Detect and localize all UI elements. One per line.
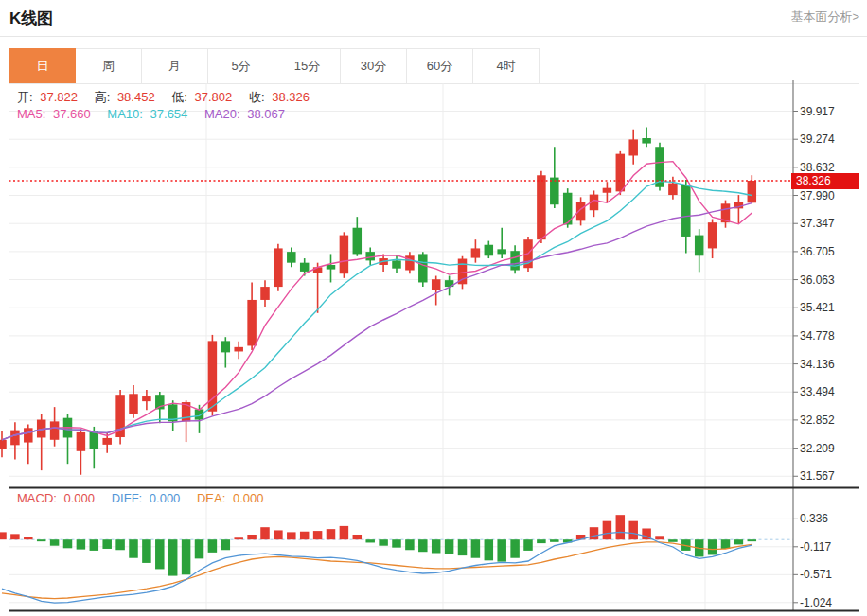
diff-value: 0.000 xyxy=(150,491,181,505)
ma10-value: 37.654 xyxy=(150,107,188,121)
macd-bar xyxy=(655,536,664,539)
tab-week[interactable]: 周 xyxy=(76,48,142,83)
dea-line xyxy=(2,542,752,599)
macd-bar xyxy=(392,539,401,547)
tab-month[interactable]: 月 xyxy=(142,48,208,83)
candle-up xyxy=(260,287,270,300)
macd-bar xyxy=(340,526,349,539)
macd-bar xyxy=(155,539,165,569)
candle-down xyxy=(353,228,363,255)
ma20-label: MA20: xyxy=(204,107,240,121)
candle-up xyxy=(603,188,612,193)
macd-bar xyxy=(168,539,178,575)
ma20-value: 38.067 xyxy=(247,107,285,121)
low-value: 37.802 xyxy=(195,90,233,104)
macd-bar xyxy=(537,539,546,543)
tab-day[interactable]: 日 xyxy=(9,48,76,83)
macd-bar xyxy=(748,539,757,541)
tab-60min[interactable]: 60分 xyxy=(407,48,473,83)
high-label: 高: xyxy=(95,90,111,104)
macd-bar xyxy=(353,535,363,539)
candle-up xyxy=(234,347,243,352)
macd-bar xyxy=(195,539,204,558)
macd-bar xyxy=(90,539,99,551)
candle-up xyxy=(77,432,86,451)
macd-bar xyxy=(142,539,151,563)
tab-15min[interactable]: 15分 xyxy=(274,48,341,83)
macd-bar xyxy=(182,539,191,574)
macd-bar xyxy=(523,539,533,551)
ma5-line xyxy=(2,162,752,440)
candle-down xyxy=(642,138,651,144)
ma20-line xyxy=(2,203,752,440)
macd-bar xyxy=(208,539,218,553)
close-value: 38.326 xyxy=(272,90,310,104)
candle-up xyxy=(576,202,586,220)
macd-bar xyxy=(234,537,243,539)
candle-down xyxy=(327,265,336,270)
ma5-label: MA5: xyxy=(17,107,45,121)
macd-bar xyxy=(102,539,112,549)
candle-up xyxy=(24,428,33,442)
candle-down xyxy=(550,178,559,205)
macd-bar xyxy=(221,539,231,550)
macd-bar xyxy=(668,539,678,542)
candle-down xyxy=(485,245,494,256)
macd-bar xyxy=(445,539,454,554)
candle-up xyxy=(340,236,349,274)
dea-value: 0.000 xyxy=(233,491,264,505)
macd-bar xyxy=(24,537,33,540)
candle-up xyxy=(668,184,678,195)
ma-readout: MA5: 37.660 MA10: 37.654 MA20: 38.067 xyxy=(17,107,289,121)
candle-up xyxy=(708,222,717,248)
candle-down xyxy=(418,254,428,282)
ohlc-readout: 开: 37.822 高: 38.452 低: 37.802 收: 38.326 xyxy=(17,89,313,106)
candle-up xyxy=(628,139,638,155)
macd-bar xyxy=(50,539,60,546)
macd-bar xyxy=(497,539,506,561)
macd-bar xyxy=(432,539,441,553)
candle-down xyxy=(681,185,691,237)
candle-up xyxy=(129,394,138,414)
macd-bar xyxy=(603,521,612,540)
macd-bar xyxy=(418,539,428,552)
candle-up xyxy=(274,248,283,287)
last-price-tag: 38.326 xyxy=(791,173,859,189)
macd-bar xyxy=(63,539,73,548)
candle-down xyxy=(392,260,401,268)
ma5-value: 37.660 xyxy=(53,107,91,121)
candle-up xyxy=(432,279,441,290)
macd-bar xyxy=(485,539,494,560)
macd-bar xyxy=(365,539,375,542)
macd-bar xyxy=(300,532,310,539)
tab-5min[interactable]: 5分 xyxy=(208,48,274,83)
macd-bar xyxy=(37,539,46,541)
macd-label: MACD: xyxy=(17,491,57,505)
diff-label: DIFF: xyxy=(112,491,143,505)
candle-down xyxy=(300,263,310,272)
macd-bar xyxy=(721,539,731,549)
candle-down xyxy=(695,236,704,256)
candle-up xyxy=(50,421,60,439)
candle-up xyxy=(142,396,151,401)
candle-up xyxy=(10,431,20,446)
candle-up xyxy=(537,175,546,239)
macd-bar xyxy=(10,534,20,539)
low-label: 低: xyxy=(171,90,187,104)
candle-up xyxy=(748,181,757,202)
macd-bar xyxy=(510,539,520,558)
macd-bar xyxy=(379,539,388,546)
candle-up xyxy=(102,438,112,445)
macd-bar xyxy=(115,539,125,550)
ma10-label: MA10: xyxy=(107,107,143,121)
open-value: 37.822 xyxy=(40,90,78,104)
candle-down xyxy=(510,251,520,270)
tab-30min[interactable]: 30分 xyxy=(341,48,407,83)
macd-bar xyxy=(77,539,86,549)
high-value: 38.452 xyxy=(117,90,155,104)
candle-up xyxy=(471,248,481,257)
period-tab-bar: 日 周 月 5分 15分 30分 60分 4时 xyxy=(9,48,540,83)
tab-4hour[interactable]: 4时 xyxy=(473,48,540,83)
macd-bar xyxy=(287,532,296,539)
macd-readout: MACD: 0.000 DIFF: 0.000 DEA: 0.000 xyxy=(17,491,268,505)
